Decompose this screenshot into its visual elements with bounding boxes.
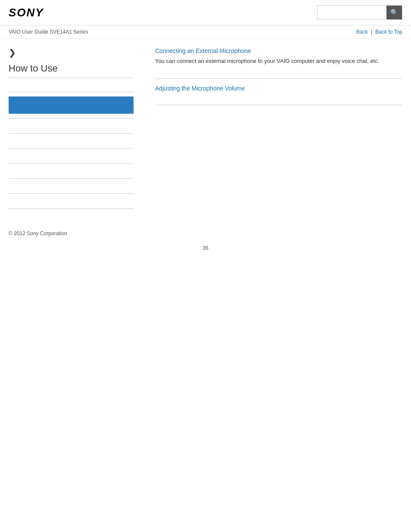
search-button[interactable]: 🔍	[386, 6, 402, 19]
sidebar-blank-1	[9, 81, 134, 87]
sidebar-line-7	[9, 193, 134, 194]
breadcrumb-bar: VAIO User Guide SVE14A1 Series Back | Ba…	[0, 25, 411, 39]
sidebar-blank-2	[9, 123, 134, 129]
page-number: 36	[0, 241, 411, 260]
content-area: Connecting an External Microphone You ca…	[142, 47, 402, 213]
sidebar-blank-6	[9, 183, 134, 189]
nav-links: Back | Back to Top	[356, 29, 402, 35]
connecting-microphone-description: You can connect an external microphone t…	[155, 57, 402, 65]
sidebar-line-3	[9, 133, 134, 134]
search-box: 🔍	[317, 5, 402, 20]
copyright: © 2012 Sony Corporation	[9, 230, 67, 236]
sidebar: ❯ How to Use	[9, 47, 142, 213]
content-divider-1	[155, 78, 402, 79]
search-icon: 🔍	[390, 9, 399, 16]
connecting-microphone-link[interactable]: Connecting an External Microphone	[155, 47, 402, 54]
main-container: ❯ How to Use Connecting an External Micr…	[0, 39, 411, 222]
sidebar-arrow: ❯	[9, 47, 134, 58]
sidebar-blank-5	[9, 168, 134, 174]
sidebar-blank-3	[9, 138, 134, 144]
header: SONY 🔍	[0, 0, 411, 25]
back-to-top-link[interactable]: Back to Top	[376, 29, 402, 35]
sidebar-line-6	[9, 178, 134, 179]
back-link[interactable]: Back	[356, 29, 368, 35]
sidebar-line-4	[9, 148, 134, 149]
separator: |	[371, 29, 374, 35]
search-input[interactable]	[318, 6, 386, 19]
guide-title: VAIO User Guide SVE14A1 Series	[9, 29, 88, 35]
sidebar-line-1	[9, 92, 134, 92]
content-divider-2	[155, 105, 402, 105]
sidebar-line-8	[9, 208, 134, 209]
sony-logo: SONY	[9, 6, 44, 19]
sidebar-line-5	[9, 163, 134, 164]
sidebar-divider	[9, 78, 134, 78]
sidebar-section-title: How to Use	[9, 63, 134, 74]
content-section-2: Adjusting the Microphone Volume	[155, 85, 402, 92]
footer: © 2012 Sony Corporation	[0, 222, 411, 241]
sidebar-blank-4	[9, 153, 134, 159]
adjusting-volume-link[interactable]: Adjusting the Microphone Volume	[155, 85, 402, 92]
sidebar-blank-7	[9, 198, 134, 204]
sidebar-line-2	[9, 118, 134, 118]
sidebar-highlight	[9, 96, 134, 114]
content-section-1: Connecting an External Microphone You ca…	[155, 47, 402, 65]
